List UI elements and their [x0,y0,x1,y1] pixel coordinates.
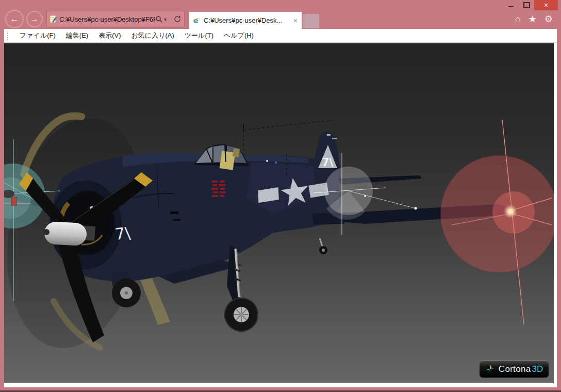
menu-edit[interactable]: 編集(E) [61,31,93,40]
settings-gear-icon[interactable]: ⚙ [544,14,553,24]
logo-accent-text: 3D [532,364,543,374]
refresh-icon[interactable] [173,15,182,23]
window-controls: × [503,0,558,10]
menu-view[interactable]: 表示(V) [93,31,126,40]
address-input[interactable]: C:¥Users¥pc-user¥Desktop¥F6F- [59,15,155,23]
tab-close-icon[interactable]: × [292,17,299,25]
ie-favicon: e [192,17,201,25]
svg-text:e: e [193,17,199,25]
new-tab-button[interactable] [303,14,319,28]
logo-text: Cortona [499,364,531,374]
page-content: 7\ 7\ [4,43,557,387]
navigation-bar: ← → C:¥Users¥pc-user¥Desktop¥F6F- ▾ [4,9,557,29]
address-dropdown-icon[interactable]: ▾ [164,17,167,22]
3d-scene: 7\ 7\ [4,43,554,383]
forward-button[interactable]: → [26,11,43,27]
tail-number: 7\ [322,156,334,169]
back-button[interactable]: ← [5,10,24,28]
command-icons: ⌂ ★ ⚙ [515,14,557,24]
cortona3d-logo[interactable]: Cortona 3D [479,360,549,378]
minimize-icon [508,6,514,7]
cortona3d-viewport[interactable]: 7\ 7\ [4,43,554,383]
search-icon[interactable] [155,15,163,23]
menu-favorites[interactable]: お気に入り(A) [126,31,179,40]
red-marker [11,197,16,205]
forward-icon: → [30,14,39,24]
html-file-icon [50,15,57,23]
menu-tools[interactable]: ツール(T) [179,31,219,40]
browser-window: × ← → C:¥Users¥pc-user¥Desktop¥F6F- ▾ [0,0,561,392]
close-icon: × [544,1,548,9]
browser-tab[interactable]: e C:¥Users¥pc-user¥Desk... × [189,11,302,29]
spinner [44,221,87,246]
address-divider [171,14,171,24]
tab-title: C:¥Users¥pc-user¥Desk... [204,17,292,24]
maximize-button[interactable] [519,0,534,10]
home-icon[interactable]: ⌂ [515,14,521,24]
menu-file[interactable]: ファイル(F) [14,31,61,40]
minimize-button[interactable] [503,0,519,10]
menu-bar: ファイル(F) 編集(E) 表示(V) お気に入り(A) ツール(T) ヘルプ(… [4,29,557,43]
favorites-star-icon[interactable]: ★ [529,14,537,24]
cortona-star-icon [485,364,496,374]
right-light-manipulator[interactable] [441,120,554,324]
menubar-grip [7,31,10,40]
address-bar[interactable]: C:¥Users¥pc-user¥Desktop¥F6F- ▾ [46,11,185,27]
close-button[interactable]: × [534,0,558,10]
menu-help[interactable]: ヘルプ(H) [219,31,259,40]
back-icon: ← [10,13,20,25]
maximize-icon [523,2,530,8]
nose-number: 7\ [114,223,131,243]
